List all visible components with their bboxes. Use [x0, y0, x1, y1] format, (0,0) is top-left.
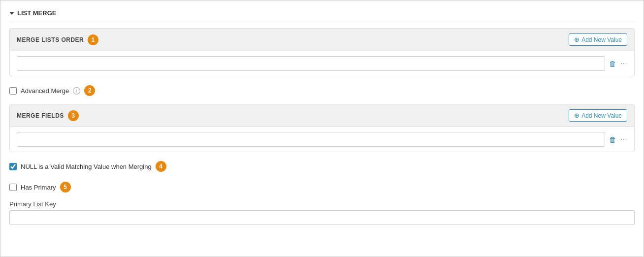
primary-list-key-section: Primary List Key: [9, 200, 635, 225]
has-primary-row: Has Primary 5: [9, 180, 635, 194]
badge-4: 4: [156, 161, 166, 172]
merge-lists-order-header: MERGE LISTS ORDER 1 ⊕ Add New Value: [10, 29, 634, 51]
merge-fields-header: MERGE FIELDS 3 ⊕ Add New Value: [10, 104, 634, 127]
dots-icon-2[interactable]: ⋯: [620, 135, 627, 143]
advanced-merge-checkbox[interactable]: [9, 87, 17, 95]
badge-1: 1: [88, 34, 98, 45]
primary-list-key-label: Primary List Key: [9, 200, 635, 208]
plus-circle-icon-2: ⊕: [574, 112, 580, 119]
chevron-down-icon[interactable]: [9, 12, 14, 15]
null-valid-matching-label: NULL is a Valid Matching Value when Merg…: [21, 163, 152, 170]
merge-fields-title: MERGE FIELDS 3: [17, 110, 79, 121]
section-title: LIST MERGE: [17, 9, 56, 17]
trash-icon-1[interactable]: 🗑: [609, 60, 616, 68]
merge-lists-order-title: MERGE LISTS ORDER 1: [17, 34, 98, 45]
merge-lists-order-label: MERGE LISTS ORDER: [17, 36, 84, 43]
merge-lists-order-add-button[interactable]: ⊕ Add New Value: [569, 33, 627, 46]
merge-lists-order-box: MERGE LISTS ORDER 1 ⊕ Add New Value 🗑 ⋯: [9, 28, 635, 76]
merge-fields-add-label: Add New Value: [581, 112, 622, 119]
merge-fields-label: MERGE FIELDS: [17, 112, 64, 119]
badge-3: 3: [68, 110, 79, 121]
section-header: LIST MERGE: [9, 5, 635, 22]
merge-fields-row: 🗑 ⋯: [10, 127, 634, 152]
null-valid-matching-checkbox[interactable]: [9, 163, 17, 170]
has-primary-checkbox[interactable]: [9, 184, 17, 191]
advanced-merge-label: Advanced Merge: [21, 87, 69, 95]
merge-lists-order-input[interactable]: [17, 56, 605, 71]
info-icon: i: [73, 87, 80, 95]
dots-icon-1[interactable]: ⋯: [620, 60, 627, 67]
badge-2: 2: [84, 85, 95, 96]
has-primary-label: Has Primary: [21, 184, 56, 191]
merge-lists-order-add-label: Add New Value: [581, 36, 622, 43]
plus-circle-icon: ⊕: [574, 36, 580, 43]
merge-lists-order-row: 🗑 ⋯: [10, 51, 634, 76]
trash-icon-2[interactable]: 🗑: [609, 135, 616, 144]
null-valid-matching-row: NULL is a Valid Matching Value when Merg…: [9, 159, 635, 174]
merge-fields-box: MERGE FIELDS 3 ⊕ Add New Value 🗑 ⋯: [9, 104, 635, 152]
primary-list-key-input[interactable]: [9, 210, 635, 225]
merge-fields-add-button[interactable]: ⊕ Add New Value: [569, 109, 627, 122]
advanced-merge-row: Advanced Merge i 2: [9, 83, 635, 98]
badge-5: 5: [60, 182, 71, 193]
merge-fields-input[interactable]: [17, 132, 605, 147]
